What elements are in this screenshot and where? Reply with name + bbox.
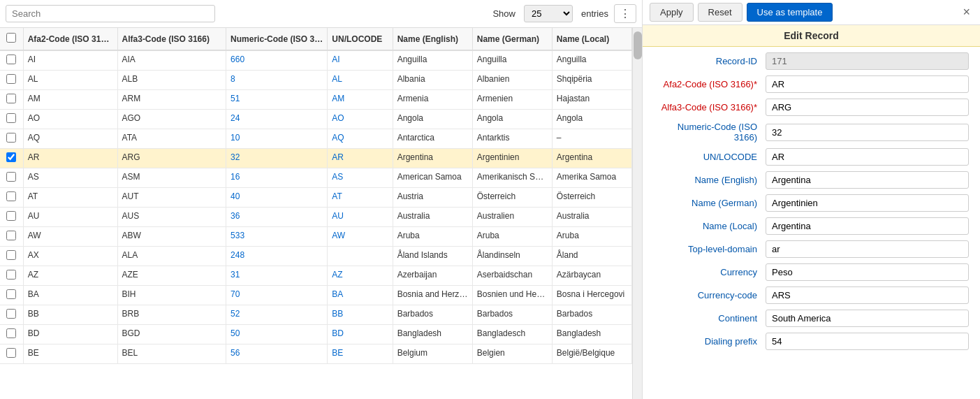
table-row[interactable]: AL ALB 8 AL Albania Albanien Shqipëria — [0, 71, 632, 90]
cell-alfa3: BRB — [117, 305, 226, 325]
row-checkbox[interactable] — [6, 94, 16, 103]
th-alfa3[interactable]: Alfa3-Code (ISO 3166) — [117, 28, 226, 50]
input-alfa3[interactable] — [766, 99, 969, 116]
row-checkbox[interactable] — [6, 133, 16, 143]
table-row[interactable]: AO AGO 24 AO Angola Angola Angola — [0, 110, 632, 129]
cell-numeric: 50 — [226, 325, 328, 344]
row-checkbox[interactable] — [6, 74, 16, 84]
label-tld: Top-level-domain — [654, 244, 766, 254]
cell-unlocode: AR — [328, 149, 393, 168]
field-record-id: Record-ID — [654, 52, 969, 70]
input-dialing-prefix[interactable] — [766, 333, 969, 350]
th-unlocode[interactable]: UN/LOCODE — [328, 28, 393, 50]
scrollbar-track[interactable] — [632, 28, 642, 399]
cell-german: Amerikanisch Samoa — [472, 168, 552, 188]
table-row[interactable]: AI AIA 660 AI Anguilla Anguilla Anguilla — [0, 50, 632, 71]
label-name-english: Name (English) — [654, 175, 766, 185]
row-checkbox-cell — [0, 208, 23, 227]
input-record-id[interactable] — [766, 52, 969, 70]
cell-local: Australia — [552, 208, 631, 227]
input-name-german[interactable] — [766, 194, 969, 212]
table-row[interactable]: AS ASM 16 AS American Samoa Amerikanisch… — [0, 168, 632, 188]
row-checkbox[interactable] — [6, 309, 16, 319]
cell-afa2: AL — [23, 71, 117, 90]
row-checkbox[interactable] — [6, 191, 16, 201]
input-afa2[interactable] — [766, 75, 969, 93]
input-continent[interactable] — [766, 310, 969, 327]
cell-numeric: 8 — [226, 71, 328, 90]
table-row[interactable]: AM ARM 51 AM Armenia Armenien Hajastan — [0, 90, 632, 110]
input-tld[interactable] — [766, 240, 969, 258]
field-name-local: Name (Local) — [654, 217, 969, 235]
cell-german: Angola — [472, 110, 552, 129]
row-checkbox[interactable] — [6, 211, 16, 221]
cell-unlocode: AS — [328, 168, 393, 188]
entries-select[interactable]: 25 50 100 — [524, 5, 573, 22]
row-checkbox-cell — [0, 227, 23, 247]
cell-unlocode: BA — [328, 286, 393, 305]
input-currency[interactable] — [766, 263, 969, 281]
th-afa2[interactable]: Afa2-Code (ISO 3166)▲ — [23, 28, 117, 50]
search-input[interactable] — [6, 5, 215, 22]
table-row[interactable]: BD BGD 50 BD Bangladesh Bangladesch Bang… — [0, 325, 632, 344]
use-template-button[interactable]: Use as template — [747, 3, 833, 22]
th-german[interactable]: Name (German) — [472, 28, 552, 50]
cell-afa2: BA — [23, 286, 117, 305]
cell-local: Bosna i Hercegovi — [552, 286, 631, 305]
cell-alfa3: AZE — [117, 266, 226, 286]
cell-english: Anguilla — [393, 50, 472, 71]
label-name-german: Name (German) — [654, 198, 766, 208]
row-checkbox[interactable] — [6, 270, 16, 280]
table-row[interactable]: AR ARG 32 AR Argentina Argentinien Argen… — [0, 149, 632, 168]
input-name-local[interactable] — [766, 217, 969, 235]
input-unlocode[interactable] — [766, 148, 969, 166]
field-name-english: Name (English) — [654, 171, 969, 189]
cell-unlocode: BE — [328, 344, 393, 364]
table-row[interactable]: AX ALA 248 Åland Islands Ålandinseln Åla… — [0, 247, 632, 266]
cell-afa2: AT — [23, 188, 117, 208]
apply-button[interactable]: Apply — [650, 3, 694, 22]
table-row[interactable]: BE BEL 56 BE Belgium Belgien België/Belg… — [0, 344, 632, 364]
cell-german: Ålandinseln — [472, 247, 552, 266]
reset-button[interactable]: Reset — [698, 3, 743, 22]
cell-numeric: 660 — [226, 50, 328, 71]
row-checkbox[interactable] — [6, 152, 16, 162]
cell-english: Azerbaijan — [393, 266, 472, 286]
table-row[interactable]: BB BRB 52 BB Barbados Barbados Barbados — [0, 305, 632, 325]
input-currency-code[interactable] — [766, 286, 969, 304]
row-checkbox[interactable] — [6, 348, 16, 358]
cell-alfa3: ATA — [117, 129, 226, 149]
input-name-english[interactable] — [766, 171, 969, 189]
table-row[interactable]: AT AUT 40 AT Austria Österreich Österrei… — [0, 188, 632, 208]
cell-afa2: BE — [23, 344, 117, 364]
table-row[interactable]: BA BIH 70 BA Bosnia and Herzegovina Bosn… — [0, 286, 632, 305]
row-checkbox[interactable] — [6, 231, 16, 240]
cell-numeric: 16 — [226, 168, 328, 188]
row-checkbox-cell — [0, 90, 23, 110]
cell-german: Anguilla — [472, 50, 552, 71]
cell-english: Åland Islands — [393, 247, 472, 266]
th-english[interactable]: Name (English) — [393, 28, 472, 50]
row-checkbox[interactable] — [6, 172, 16, 182]
cell-local: Shqipëria — [552, 71, 631, 90]
menu-button[interactable]: ⋮ — [614, 4, 636, 23]
row-checkbox[interactable] — [6, 55, 16, 64]
input-numeric[interactable] — [766, 124, 969, 141]
select-all-checkbox[interactable] — [6, 33, 16, 43]
cell-afa2: BB — [23, 305, 117, 325]
th-local[interactable]: Name (Local) — [552, 28, 631, 50]
scrollbar-thumb[interactable] — [634, 31, 642, 59]
cell-alfa3: AUT — [117, 188, 226, 208]
close-button[interactable]: × — [960, 5, 973, 20]
row-checkbox[interactable] — [6, 289, 16, 299]
table-row[interactable]: AU AUS 36 AU Australia Australien Austra… — [0, 208, 632, 227]
table-row[interactable]: AW ABW 533 AW Aruba Aruba Aruba — [0, 227, 632, 247]
row-checkbox[interactable] — [6, 113, 16, 123]
cell-german: Aserbaidschan — [472, 266, 552, 286]
cell-unlocode: AM — [328, 90, 393, 110]
row-checkbox[interactable] — [6, 328, 16, 338]
table-row[interactable]: AQ ATA 10 AQ Antarctica Antarktis – — [0, 129, 632, 149]
row-checkbox[interactable] — [6, 250, 16, 260]
th-numeric[interactable]: Numeric-Code (ISO 3166) — [226, 28, 328, 50]
table-row[interactable]: AZ AZE 31 AZ Azerbaijan Aserbaidschan Az… — [0, 266, 632, 286]
